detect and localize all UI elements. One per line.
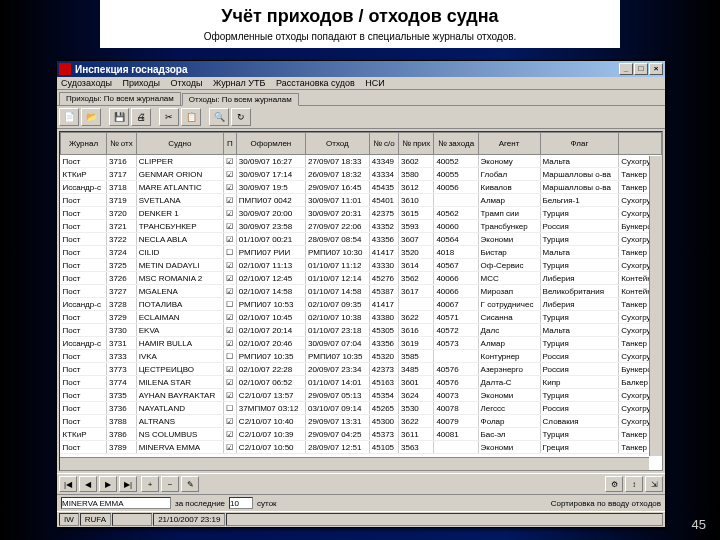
column-header[interactable]: № прих [398, 133, 433, 155]
column-header[interactable]: № захода [434, 133, 478, 155]
table-cell: 3611 [398, 428, 433, 441]
column-header[interactable]: Агент [478, 133, 540, 155]
table-row[interactable]: Пост3788ALTRANS☑С2/10/07 10:4029/09/07 1… [61, 415, 662, 428]
table-row[interactable]: Пост3736NAYATLAND☐37МПМ07 0З:1203/10/07 … [61, 402, 662, 415]
table-cell: ☑ [224, 428, 237, 441]
tb2-edit-icon[interactable]: ✎ [181, 476, 199, 492]
table-row[interactable]: КТКиР3717GENMAR ORION☑30/09/07 17:1426/0… [61, 168, 662, 181]
table-cell: Россия [540, 220, 619, 233]
table-cell: 45300 [369, 415, 398, 428]
column-header[interactable]: Журнал [61, 133, 107, 155]
column-header[interactable]: Оформлен [236, 133, 305, 155]
tab-arrivals[interactable]: Приходы: По всем журналам [59, 92, 181, 105]
tb2-del-icon[interactable]: − [161, 476, 179, 492]
table-cell: 3622 [398, 415, 433, 428]
menu-item[interactable]: НСИ [365, 78, 384, 88]
menu-item[interactable]: Отходы [170, 78, 202, 88]
table-cell: Турция [540, 337, 619, 350]
table-cell: 40067 [434, 298, 478, 311]
table-row[interactable]: Пост3725METIN DADAYLI☑02/10/07 11:1301/1… [61, 259, 662, 272]
menu-item[interactable]: Судозаходы [61, 78, 112, 88]
horizontal-scrollbar[interactable] [60, 457, 649, 470]
tb2-last-icon[interactable]: ▶| [119, 476, 137, 492]
menu-item[interactable]: Журнал УТБ [213, 78, 265, 88]
table-row[interactable]: Пост3721ТРАНСБУНКЕР☑30/09/07 23:5827/09/… [61, 220, 662, 233]
table-cell: 45373 [369, 428, 398, 441]
table-cell: IVKA [136, 350, 223, 363]
tb2-filter-icon[interactable]: ⚙ [605, 476, 623, 492]
column-header[interactable]: Судно [136, 133, 223, 155]
table-row[interactable]: Пост3722NECLA ABLA☑01/10/07 00:2128/09/0… [61, 233, 662, 246]
tb-refresh-icon[interactable]: ↻ [231, 108, 251, 126]
table-row[interactable]: Пост3719SVETLANA☑ПМПИ07 004230/09/07 11:… [61, 194, 662, 207]
tb-open-icon[interactable]: 📂 [81, 108, 101, 126]
tb-cut-icon[interactable]: ✂ [159, 108, 179, 126]
table-row[interactable]: Иссандр-с3728ПОТАЛИВА☐РМПИ07 10:5302/10/… [61, 298, 662, 311]
maximize-button[interactable]: □ [634, 63, 648, 75]
table-cell: ALTRANS [136, 415, 223, 428]
table-cell [434, 441, 478, 454]
bottom-toolbar: |◀ ◀ ▶ ▶| + − ✎ ⚙ ↕ ⇲ [57, 473, 665, 494]
table-row[interactable]: Иссандр-с3731HAMIR BULLA☑02/10/07 20:463… [61, 337, 662, 350]
app-window: Инспекция госнадзора _ □ × Судозаходы Пр… [56, 60, 666, 528]
tb-find-icon[interactable]: 🔍 [209, 108, 229, 126]
table-cell: ☑ [224, 311, 237, 324]
table-cell: ECLAIMAN [136, 311, 223, 324]
table-row[interactable]: Пост3716CLIPPER☑30/09/07 16:2727/09/07 1… [61, 155, 662, 168]
tb2-first-icon[interactable]: |◀ [59, 476, 77, 492]
tb-new-icon[interactable]: 📄 [59, 108, 79, 126]
table-cell: Контурнер [478, 350, 540, 363]
column-header[interactable]: П [224, 133, 237, 155]
table-row[interactable]: Пост3773ЦЕСТРЕИЦВО☑02/10/07 22:2820/09/0… [61, 363, 662, 376]
table-cell: 3485 [398, 363, 433, 376]
table-row[interactable]: Пост3726MSC ROMANIA 2☑02/10/07 12:4501/1… [61, 272, 662, 285]
tb-save-icon[interactable]: 💾 [109, 108, 129, 126]
menu-item[interactable]: Приходы [122, 78, 159, 88]
table-cell: ☑ [224, 220, 237, 233]
table-row[interactable]: Пост3789MINERVA EMMA☑С2/10/07 10:5028/09… [61, 441, 662, 454]
table-row[interactable]: КТКиР3786NS COLUMBUS☑С2/10/07 10:3929/09… [61, 428, 662, 441]
table-row[interactable]: Пост3735AYHAN BAYRAKTAR☑С2/10/07 13:5729… [61, 389, 662, 402]
table-row[interactable]: Иссандр-с3718MARE ATLANTIC☑30/09/07 19:5… [61, 181, 662, 194]
minimize-button[interactable]: _ [619, 63, 633, 75]
column-header[interactable] [619, 133, 662, 155]
tb-copy-icon[interactable]: 📋 [181, 108, 201, 126]
table-cell: 01/10/07 14:58 [305, 285, 369, 298]
table-row[interactable]: Пост3733IVKA☐РМПИ07 10:35РМПИ07 10:35453… [61, 350, 662, 363]
table-row[interactable]: Пост3720DENKER 1☑30/09/07 20:0030/09/07 … [61, 207, 662, 220]
table-row[interactable]: Пост3724CILID☐РМПИ07 РИИРМПИ07 10:304141… [61, 246, 662, 259]
table-cell: MARE ATLANTIC [136, 181, 223, 194]
table-cell: ☐ [224, 402, 237, 415]
table-cell: Россия [540, 402, 619, 415]
table-row[interactable]: Пост3730EKVA☑02/10/07 20:1401/10/07 23:1… [61, 324, 662, 337]
table-cell: Эконому [478, 155, 540, 168]
column-header[interactable]: Отход [305, 133, 369, 155]
column-header[interactable]: № с/о [369, 133, 398, 155]
tb2-sort-icon[interactable]: ↕ [625, 476, 643, 492]
close-button[interactable]: × [649, 63, 663, 75]
table-row[interactable]: Пост3727MGALENA☑02/10/07 14:5801/10/07 1… [61, 285, 662, 298]
toolbar: 📄 📂 💾 🖨 ✂ 📋 🔍 ↻ [57, 106, 665, 129]
vessel-search-input[interactable] [61, 497, 171, 509]
table-cell: Легссс [478, 402, 540, 415]
column-header[interactable]: Флаг [540, 133, 619, 155]
table-cell: Оф-Сервис [478, 259, 540, 272]
column-header[interactable]: № отх [106, 133, 136, 155]
table-cell: 02/10/07 10:45 [236, 311, 305, 324]
menu-item[interactable]: Расстановка судов [276, 78, 355, 88]
vertical-scrollbar[interactable] [649, 156, 662, 456]
tb2-prev-icon[interactable]: ◀ [79, 476, 97, 492]
tab-departures[interactable]: Отходы: По всем журналам [182, 93, 299, 106]
tb2-add-icon[interactable]: + [141, 476, 159, 492]
table-row[interactable]: Пост3729ECLAIMAN☑02/10/07 10:4502/10/07 … [61, 311, 662, 324]
table-cell: MINERVA EMMA [136, 441, 223, 454]
table-cell: Экономи [478, 389, 540, 402]
days-input[interactable] [229, 497, 253, 509]
table-cell: Пост [61, 233, 107, 246]
tb2-export-icon[interactable]: ⇲ [645, 476, 663, 492]
tb2-next-icon[interactable]: ▶ [99, 476, 117, 492]
table-cell: Пост [61, 220, 107, 233]
data-grid[interactable]: Журнал№ отхСудноПОформленОтход№ с/о№ при… [59, 131, 663, 471]
tb-print-icon[interactable]: 🖨 [131, 108, 151, 126]
table-row[interactable]: Пост3774MILENA STAR☑02/10/07 06:5201/10/… [61, 376, 662, 389]
